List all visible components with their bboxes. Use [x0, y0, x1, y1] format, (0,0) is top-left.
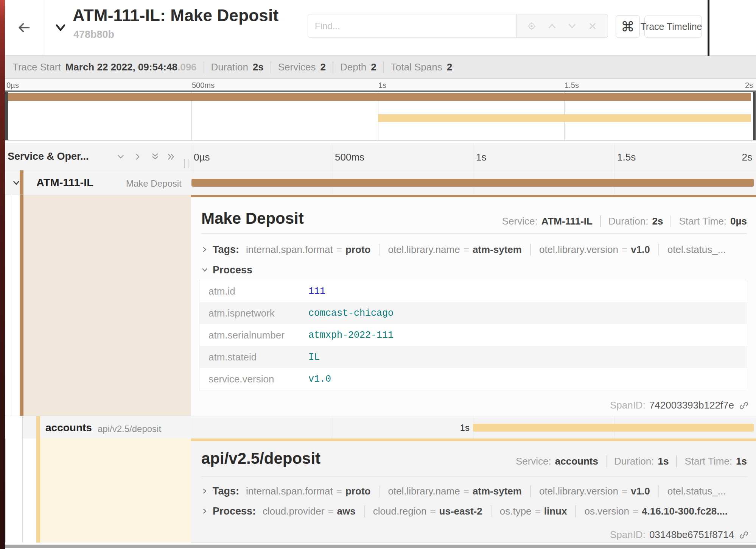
tag-chip: otel.library.version=v1.0	[530, 485, 650, 497]
span-operation-name: api/v2.5/deposit	[98, 424, 161, 434]
minimap-span-bar-2	[378, 114, 751, 122]
span-detail-row-make-deposit: Make Deposit Service:ATM-111-IL Duration…	[5, 195, 756, 416]
tags-expander[interactable]: Tags:	[201, 244, 239, 256]
expand-one-chevron-right-icon[interactable]	[133, 152, 143, 162]
span-detail-title: api/v2.5/deposit	[201, 449, 320, 468]
find-next-chevron-down-icon[interactable]	[567, 21, 577, 31]
tag-chip: internal.span.format=proto	[246, 244, 370, 256]
indent-guide	[22, 438, 23, 543]
span-service-name: ATM-111-IL	[36, 176, 93, 189]
span-detail-title: Make Deposit	[201, 209, 304, 228]
find-clear-close-icon[interactable]	[588, 21, 597, 31]
divider	[201, 476, 747, 477]
span-duration-bar[interactable]	[191, 179, 754, 187]
trace-depth: Depth 2	[333, 61, 376, 73]
indent-guide	[11, 195, 11, 416]
ruler-tick: 0µs	[194, 151, 210, 163]
tag-chip: otel.library.version=v1.0	[530, 244, 650, 256]
span-bar-duration-label: 1s	[417, 423, 470, 433]
page-title: ATM-111-IL: Make Deposit	[73, 6, 278, 25]
focus-target-icon[interactable]	[527, 21, 537, 31]
service-operation-column-header: Service & Oper...	[8, 151, 89, 162]
span-duration-bar[interactable]	[473, 424, 754, 432]
collapse-trace-chevron-icon[interactable]	[53, 22, 68, 33]
link-icon[interactable]	[739, 530, 749, 540]
minimap-tick: 1s	[378, 81, 386, 90]
tag-chip-truncated: otel.status_...	[658, 244, 726, 256]
window-divider-line	[708, 0, 709, 56]
column-divider	[191, 170, 191, 195]
span-color-stripe	[20, 170, 23, 195]
table-row: service.version v1.0	[199, 368, 747, 390]
collapse-all-double-chevron-down-icon[interactable]	[150, 152, 160, 162]
column-divider	[191, 416, 191, 438]
span-color-stripe	[36, 438, 40, 543]
minimap-tick: 1.5s	[565, 81, 579, 90]
ruler-gridline	[332, 143, 332, 170]
tags-expander[interactable]: Tags:	[201, 485, 239, 497]
collapse-one-chevron-down-icon[interactable]	[116, 152, 126, 162]
minimap-left-drag-handle[interactable]	[5, 92, 8, 140]
trace-services: Services 2	[271, 61, 326, 73]
span-operation-name: Make Deposit	[126, 178, 182, 189]
ruler-tick: 1s	[476, 151, 486, 163]
span-row-accounts[interactable]: accounts api/v2.5/deposit 1s	[5, 416, 756, 438]
minimap-right-drag-handle[interactable]	[753, 92, 756, 140]
arrow-left-icon	[16, 20, 31, 35]
minimap-tick: 2s	[745, 81, 753, 90]
timeline-minimap[interactable]	[5, 90, 756, 140]
expand-all-double-chevron-right-icon[interactable]	[166, 152, 176, 162]
span-detail-panel: Make Deposit Service:ATM-111-IL Duration…	[191, 195, 756, 416]
trace-view-selector[interactable]: Trace Timeline	[644, 16, 702, 38]
horizontal-scrollbar[interactable]	[5, 545, 756, 548]
timeline-grid-header: Service & Oper... 0µs 500ms 1s 1.5s 2s	[5, 143, 756, 170]
trace-duration: Duration 2s	[204, 61, 264, 73]
span-color-stripe	[20, 195, 23, 416]
find-prev-chevron-up-icon[interactable]	[547, 21, 557, 31]
span-color-stripe	[36, 416, 40, 438]
process-row: Process	[201, 262, 752, 278]
span-id: SpanID: 03148be6751f8714	[610, 529, 749, 541]
tag-chip: otel.library.name=atm-sytem	[379, 244, 522, 256]
find-controls	[516, 14, 608, 38]
span-row-atm-111-il[interactable]: ATM-111-IL Make Deposit	[5, 170, 756, 195]
window-edge-strip	[0, 0, 5, 549]
ruler-tick: 2s	[742, 151, 752, 163]
find-input[interactable]	[308, 14, 516, 38]
indent-guide	[22, 416, 23, 438]
span-detail-indent-background	[40, 438, 191, 543]
column-resizer-grip[interactable]	[184, 159, 188, 168]
span-detail-meta: Service:accounts Duration:1s Start Time:…	[516, 455, 747, 467]
process-chip: cloud.region=us-east-2	[364, 505, 482, 517]
process-table: atm.id 111 atm.ispnetwork comcast-chicag…	[199, 280, 747, 390]
process-chip: os.type=linux	[491, 505, 567, 517]
keyboard-shortcuts-button[interactable]: ⌘	[616, 15, 640, 38]
back-button[interactable]	[5, 0, 43, 56]
trace-total-spans: Total Spans 2	[383, 61, 452, 73]
column-divider	[191, 143, 191, 170]
span-detail-indent-background	[23, 195, 191, 416]
process-expander[interactable]: Process:	[201, 505, 256, 517]
process-expander[interactable]: Process	[201, 264, 252, 276]
trace-id-short: 478b80b	[73, 29, 114, 41]
span-id: SpanID: 742003393b122f7e	[610, 399, 749, 411]
chevron-right-icon	[201, 488, 208, 494]
chevron-right-icon	[201, 508, 208, 515]
command-icon: ⌘	[621, 19, 635, 34]
minimap-tick: 500ms	[192, 81, 215, 90]
table-row: atm.serialnumber atmxph-2022-111	[199, 324, 747, 346]
table-row: atm.ispnetwork comcast-chicago	[199, 302, 747, 324]
span-service-name: accounts	[45, 422, 92, 434]
ruler-tick: 1.5s	[617, 151, 636, 163]
tags-row: Tags: internal.span.format=proto otel.li…	[201, 242, 752, 257]
link-icon[interactable]	[739, 400, 749, 411]
table-row: atm.stateid IL	[199, 346, 747, 368]
tag-chip: otel.library.name=atm-sytem	[379, 485, 522, 497]
trace-summary-bar: Trace Start March 22 2022, 09:54:48.096 …	[5, 56, 756, 79]
trace-view-label: Trace Timeline	[641, 21, 702, 32]
divider	[201, 233, 747, 234]
row-gridline	[332, 416, 332, 438]
process-summary-row: Process: cloud.provider=aws cloud.region…	[201, 504, 752, 519]
span-detail-row-api-deposit: api/v2.5/deposit Service:accounts Durati…	[5, 438, 756, 543]
chevron-right-icon	[201, 246, 208, 253]
